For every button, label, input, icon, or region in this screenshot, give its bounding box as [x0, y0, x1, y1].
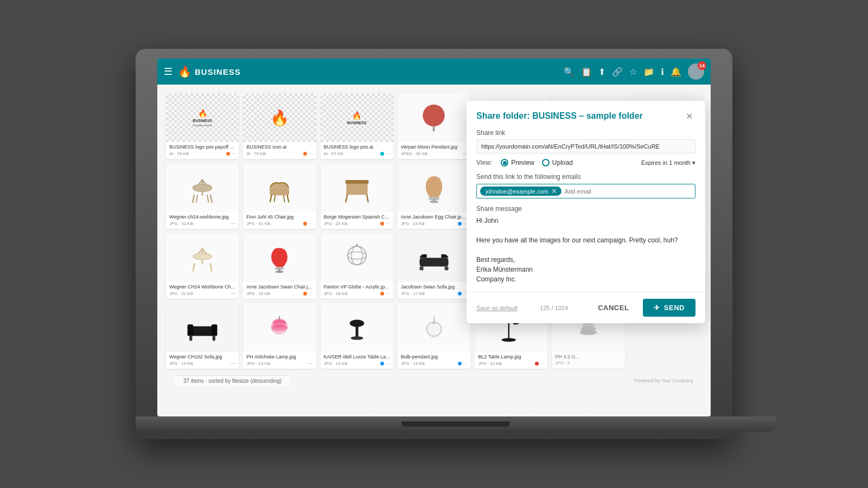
view-preview-label: Preview [511, 159, 534, 166]
email-tag-value: johndoe@example.com [486, 188, 548, 195]
svg-line-25 [346, 195, 347, 202]
file-name: Arne Jacobsen Swan Chair.j... [246, 284, 312, 290]
share-link-url[interactable]: https://yourdomain.com/aN/EnCryPTed/URL/… [476, 139, 695, 153]
save-as-default[interactable]: Save as default [476, 305, 518, 311]
file-meta: AI · 70 KB ··· [246, 151, 312, 156]
svg-rect-54 [213, 336, 215, 341]
list-item[interactable]: Panton VP Globe - Acrylic.jp... JPG · 18… [321, 233, 393, 299]
list-item[interactable]: 🔥 BUSINESS BUSINESS logo pos.ai AI · 57 … [321, 93, 393, 159]
files-icon[interactable]: 📋 [581, 67, 592, 77]
file-thumbnail [398, 303, 470, 352]
file-info: Arne Jacobsen Swan Chair.j... JPG · 20 K… [243, 282, 316, 299]
svg-point-42 [351, 246, 362, 265]
file-info: Jacobsen Swan Sofa.jpg JPG · 17 KB ··· [398, 282, 470, 299]
powered-by: Powered by Your Company [634, 378, 693, 383]
file-name: Verpan Moon Pendant.jpg [401, 144, 467, 150]
file-size: JPG · 18 KB [324, 291, 348, 296]
list-item[interactable]: KAISER idell Luxus Table La... JPG · 13 … [321, 303, 393, 369]
topbar-icons: 🔍 📋 ⬆ 🔗 ☆ 📁 ℹ 🔔 14 [564, 63, 704, 80]
file-meta: JPG · 20 KB ··· [246, 291, 312, 296]
close-icon[interactable]: ✕ [682, 110, 695, 123]
share-message-label: Share message [476, 205, 695, 213]
file-meta: JPG · 10 KB ··· [478, 361, 544, 366]
file-thumbnail: 🔥 BUSINESS Company Name [166, 93, 239, 142]
list-item[interactable]: PH Artichoke Lamp.jpg JPG · 14 KB — [243, 303, 316, 369]
file-meta: JPG · 14 KB — [246, 361, 312, 366]
list-item[interactable]: Wegner-ch24-wishbone.jpg JPG · 31 KB — [166, 163, 239, 229]
view-preview-option[interactable]: Preview [501, 159, 534, 166]
svg-point-63 [350, 336, 363, 340]
svg-point-40 [276, 271, 284, 273]
cancel-button[interactable]: CANCEL [590, 299, 636, 316]
share-message[interactable]: Hi John Here you have all the images for… [476, 216, 695, 284]
bell-icon[interactable]: 🔔 [671, 67, 681, 77]
file-thumbnail: 🔥 [243, 93, 316, 142]
email-tag: johndoe@example.com ✕ [480, 187, 561, 196]
file-thumbnail [166, 303, 239, 352]
list-item[interactable]: Arne Jacobsen Swan Chair.j... JPG · 20 K… [243, 233, 316, 299]
svg-rect-53 [189, 336, 192, 341]
file-name: BL2 Table Lamp.jpg [478, 354, 544, 359]
svg-point-68 [431, 335, 437, 337]
svg-line-26 [367, 195, 368, 202]
view-upload-label: Upload [552, 159, 573, 166]
list-item[interactable]: 🔥 BUSINESS icon.ai AI · 70 KB ··· [243, 93, 316, 159]
avatar-wrapper: 14 [688, 63, 704, 80]
list-item[interactable]: Wegner CH102 Sofa.jpg JPG · 14 KB — [166, 303, 239, 369]
share-link-label: Share link [476, 129, 695, 137]
file-grid-area: 🔥 BUSINESS Company Name BUSINESS logo po… [157, 85, 711, 416]
svg-line-14 [193, 195, 194, 202]
svg-line-21 [275, 195, 276, 202]
svg-point-59 [272, 328, 287, 332]
file-name: PH Artichoke Lamp.jpg [246, 354, 312, 359]
list-item[interactable]: Borge Mogensen Spanish Ch... JPG · 25 KB… [321, 163, 393, 229]
list-item[interactable]: Verpan Moon Pendant.jpg JPEG · 38 KB — [398, 93, 470, 159]
file-dot [380, 152, 384, 156]
file-thumbnail [243, 303, 316, 352]
list-item[interactable]: Arne Jacobsen Egg Chair.jp... JPG · 23 K… [398, 163, 470, 229]
file-size: JPG · 9 [555, 361, 570, 365]
upload-icon[interactable]: ⬆ [598, 67, 605, 77]
emails-label: Send this link to the following emails [476, 173, 695, 181]
file-dot [380, 222, 384, 226]
file-info: BUSINESS icon.ai AI · 70 KB ··· [243, 142, 316, 159]
star-icon[interactable]: ☆ [629, 67, 637, 77]
expires-select[interactable]: Expires in 1 month ▾ [641, 159, 695, 166]
view-upload-option[interactable]: Upload [542, 159, 573, 166]
file-meta: JPG · 17 KB ··· [401, 291, 467, 296]
file-size: JPG · 17 KB [401, 291, 425, 296]
send-button[interactable]: ✈ SEND [643, 299, 695, 317]
list-item[interactable]: Jacobsen Swan Sofa.jpg JPG · 17 KB ··· [398, 233, 470, 299]
file-size: AI · 70 KB [246, 151, 266, 156]
svg-rect-18 [270, 188, 289, 195]
view-radio-group: Preview Upload [501, 159, 573, 166]
file-name: Panton VP Globe - Acrylic.jp... [324, 284, 390, 290]
email-add-input[interactable] [565, 188, 692, 195]
file-size: JPG · 10 KB [478, 361, 502, 366]
email-tag-remove[interactable]: ✕ [551, 188, 557, 195]
info-icon[interactable]: ℹ [661, 67, 664, 77]
list-item[interactable]: Bulb-pendant.jpg JPG · 13 KB ··· [398, 303, 470, 369]
folder-icon[interactable]: 📁 [643, 67, 654, 77]
file-info: Verpan Moon Pendant.jpg JPEG · 38 KB — [398, 142, 470, 159]
list-item[interactable]: Finn Juhl 45 Chair.jpg JPG · 31 KB ··· [243, 163, 316, 229]
search-icon[interactable]: 🔍 [564, 67, 575, 77]
file-info: PH 3:2 G... JPG · 9 [552, 352, 624, 368]
file-meta: JPG · 13 KB ··· [401, 361, 467, 366]
menu-icon[interactable]: ☰ [164, 66, 173, 78]
link-icon[interactable]: 🔗 [612, 67, 623, 77]
file-name: BUSINESS logo pos payoff ... [169, 144, 235, 150]
file-size: JPG · 20 KB [246, 291, 270, 296]
list-item[interactable]: Wegner CH24 Wishbone Ch... JPG · 21 KB — [166, 233, 239, 299]
list-item[interactable]: 🔥 BUSINESS Company Name BUSINESS logo po… [166, 93, 239, 159]
modal-footer: Save as default 125 / 1024 CANCEL ✈ SEND [467, 292, 705, 323]
file-size: JPG · 25 KB [324, 221, 348, 226]
file-size: JPG · 31 KB [169, 221, 193, 226]
file-info: BL2 Table Lamp.jpg JPG · 10 KB ··· [475, 352, 547, 369]
expires-chevron: ▾ [692, 159, 695, 166]
file-info: Panton VP Globe - Acrylic.jp... JPG · 18… [321, 282, 393, 299]
file-dot [458, 362, 462, 365]
email-input-row[interactable]: johndoe@example.com ✕ [476, 184, 695, 198]
file-meta: JPEG · 38 KB — [401, 151, 467, 156]
svg-rect-24 [345, 179, 368, 183]
